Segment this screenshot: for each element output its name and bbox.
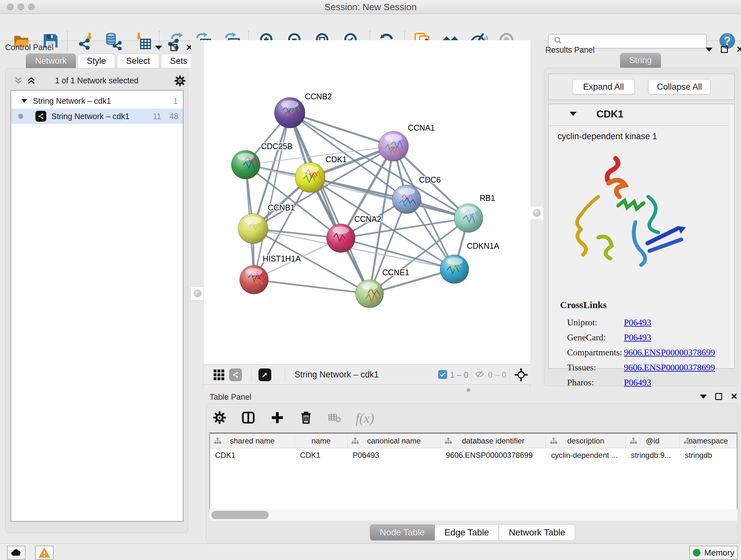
node-label-HIST1H1A: HIST1H1A bbox=[263, 254, 301, 263]
gene-expander-icon[interactable] bbox=[569, 112, 577, 116]
node-gloss bbox=[446, 258, 463, 265]
control-panel-float-icon[interactable] bbox=[155, 46, 162, 50]
network-row[interactable]: String Network – cdk1 11 48 bbox=[11, 109, 183, 124]
crosslink-link[interactable]: P06493 bbox=[624, 317, 651, 327]
selected-checkbox-icon[interactable] bbox=[438, 370, 447, 379]
tab-edge-table[interactable]: Edge Table bbox=[434, 524, 499, 541]
results-scrollbar[interactable] bbox=[729, 105, 734, 368]
cell--id: stringdb:9... bbox=[626, 448, 680, 462]
column-header-label: database identifier bbox=[462, 436, 524, 445]
fit-selected-crosshair-icon[interactable] bbox=[514, 368, 529, 383]
table-hscrollbar-thumb[interactable] bbox=[211, 511, 269, 519]
network-options-gear-icon[interactable] bbox=[174, 75, 186, 88]
string-style-icon[interactable] bbox=[229, 368, 242, 381]
tab-network-table[interactable]: Network Table bbox=[499, 524, 575, 541]
column-header-label: namespace bbox=[688, 436, 728, 445]
node-label-RB1: RB1 bbox=[480, 193, 495, 202]
tab-network[interactable]: Network bbox=[26, 54, 76, 68]
results-actions: Expand All Collapse All bbox=[548, 74, 735, 100]
birdseye-toggle-icon[interactable] bbox=[259, 368, 271, 381]
function-builder-icon: f(x) bbox=[355, 412, 374, 425]
right-splitter-collapse-handle[interactable] bbox=[530, 206, 544, 220]
memory-button[interactable]: Memory bbox=[689, 546, 738, 560]
column-header-database-identifier[interactable]: database identifier bbox=[441, 434, 546, 448]
node-gloss bbox=[301, 165, 319, 173]
protein-structure-image bbox=[568, 145, 695, 273]
title-bar: Session: New Session bbox=[0, 0, 741, 14]
collection-expander-icon[interactable] bbox=[21, 97, 28, 106]
left-splitter-collapse-handle[interactable] bbox=[191, 287, 205, 300]
memory-status-dot bbox=[693, 549, 700, 557]
edge-CCNB2-CCNE1 bbox=[290, 113, 369, 294]
gene-section-header[interactable]: CDK1 bbox=[549, 105, 729, 126]
control-panel: Control Panel ✕ NetworkStyleSelectSets 1… bbox=[3, 42, 191, 535]
collapse-all-button[interactable]: Collapse All bbox=[648, 79, 711, 95]
collection-count: 1 bbox=[173, 97, 178, 106]
table-panel-title: Table Panel bbox=[210, 392, 252, 401]
column-header-description[interactable]: description bbox=[546, 434, 626, 448]
node-gloss bbox=[245, 216, 262, 224]
column-header-label: name bbox=[312, 436, 331, 445]
crosslink-link[interactable]: 9606.ENSP00000378699 bbox=[624, 362, 715, 373]
network-current-dot bbox=[18, 114, 23, 119]
add-column-plus-icon[interactable] bbox=[270, 410, 285, 426]
column-header-namespace[interactable]: namespace bbox=[680, 434, 737, 448]
table-panel-float-icon[interactable] bbox=[700, 395, 707, 399]
network-canvas[interactable]: CCNB2CCNA1CDC25BCDK1CDC6RB1CCNB1CCNA2CDK… bbox=[204, 40, 530, 364]
node-label-CDK1: CDK1 bbox=[326, 155, 347, 164]
expand-all-button[interactable]: Expand All bbox=[572, 79, 635, 95]
column-header-canonical-name[interactable]: canonical name bbox=[347, 434, 441, 448]
crosslink-label: Compartments: bbox=[560, 348, 624, 358]
edge-CCNB2-CCNA1 bbox=[290, 113, 394, 146]
app-window: Session: New Session bbox=[0, 0, 741, 560]
toolbar-separator bbox=[471, 368, 471, 382]
results-panel-float-icon[interactable] bbox=[705, 48, 713, 52]
node-label-CCNB2: CCNB2 bbox=[305, 92, 332, 101]
column-header-shared-name[interactable]: shared name bbox=[210, 434, 295, 448]
column-header--id[interactable]: @id bbox=[626, 434, 680, 448]
table-row[interactable]: CDK1CDK1P064939606.ENSP00000378699cyclin… bbox=[210, 448, 737, 462]
results-panel-close-icon[interactable]: ✕ bbox=[736, 46, 741, 53]
toolbar-separator bbox=[509, 368, 510, 382]
column-header-label: shared name bbox=[230, 436, 274, 445]
results-panel: Results Panel ✕ String Expand All Collap… bbox=[543, 40, 739, 388]
crosslink-row: GeneCard:P06493 bbox=[560, 330, 715, 345]
results-panel-maximize-icon[interactable] bbox=[721, 46, 728, 53]
network-view-region: CCNB2CCNA1CDC25BCDK1CDC6RB1CCNB1CCNA2CDK… bbox=[203, 40, 530, 388]
cell-namespace: stringdb bbox=[680, 448, 737, 462]
column-header-name[interactable]: name bbox=[295, 434, 347, 448]
results-splitter-handle[interactable]: ∙∙∙∙ bbox=[636, 372, 650, 382]
cell-shared-name: CDK1 bbox=[210, 448, 295, 462]
node-label-CDKN1A: CDKN1A bbox=[467, 241, 499, 250]
crosslink-row: Compartments:9606.ENSP00000378699 bbox=[560, 345, 715, 360]
delete-column-trash-icon[interactable] bbox=[299, 410, 313, 426]
table-panel-close-icon[interactable]: ✕ bbox=[731, 393, 738, 400]
tab-string[interactable]: String bbox=[620, 53, 661, 68]
cell-database-identifier: 9606.ENSP00000378699 bbox=[441, 448, 546, 462]
tab-style[interactable]: Style bbox=[77, 54, 115, 68]
column-header-label: description bbox=[567, 436, 604, 445]
crosslink-link[interactable]: P06493 bbox=[624, 332, 651, 343]
table-settings-gear-icon[interactable] bbox=[212, 411, 226, 426]
table-hscrollbar[interactable] bbox=[209, 509, 738, 521]
control-panel-maximize-icon[interactable] bbox=[171, 44, 178, 51]
grid-view-icon[interactable] bbox=[212, 368, 225, 382]
show-columns-icon[interactable] bbox=[241, 410, 256, 427]
cell-name: CDK1 bbox=[295, 448, 347, 462]
node-gloss bbox=[460, 206, 477, 214]
crosslink-link[interactable]: 9606.ENSP00000378699 bbox=[624, 348, 715, 358]
control-panel-title: Control Panel bbox=[5, 43, 53, 52]
network-collection-row[interactable]: String Network – cdk1 1 bbox=[11, 93, 183, 109]
tab-node-table[interactable]: Node Table bbox=[370, 524, 434, 541]
warnings-button[interactable] bbox=[35, 546, 54, 560]
tab-select[interactable]: Select bbox=[117, 54, 159, 68]
cloud-button[interactable] bbox=[7, 546, 25, 560]
crosslinks-title: CrossLinks bbox=[560, 300, 715, 310]
network-view-toolbar: String Network – cdk1 1 – 0 0 – 0 bbox=[204, 364, 530, 385]
network-selection-status: 1 of 1 Network selected bbox=[5, 76, 188, 85]
left-splitter[interactable] bbox=[191, 40, 203, 388]
collection-label: String Network – cdk1 bbox=[33, 97, 111, 106]
table-panel-maximize-icon[interactable] bbox=[715, 393, 722, 400]
node-gloss bbox=[398, 188, 415, 195]
hidden-eye-icon bbox=[474, 369, 485, 380]
